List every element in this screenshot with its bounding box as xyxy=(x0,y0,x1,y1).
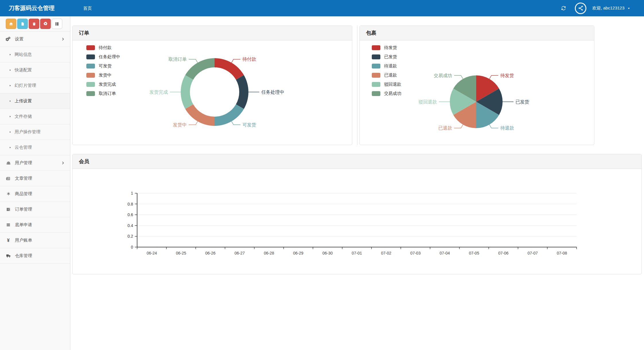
sidebar-item-label: 文章管理 xyxy=(15,176,32,181)
legend-swatch xyxy=(86,82,95,87)
nav-item-home[interactable]: 首页 xyxy=(75,0,100,16)
legend-label: 待付款 xyxy=(99,45,112,50)
members-card-body: 00.20.40.60.8106-2406-2506-2606-2706-280… xyxy=(73,169,641,274)
recycle-icon: ♻ xyxy=(43,21,47,26)
sidebar-item-warehouse-manage[interactable]: 仓库管理 xyxy=(0,248,70,264)
users-icon xyxy=(4,161,13,165)
sidebar-item-goods-manage[interactable]: 商品管理 xyxy=(0,186,70,202)
y-axis-label: 1 xyxy=(131,191,133,195)
legend-swatch xyxy=(86,64,95,69)
pie-slice-1[interactable] xyxy=(236,75,248,109)
trash-button[interactable] xyxy=(29,19,39,29)
caret-right-icon xyxy=(9,115,11,118)
app-root: 刀客源码云仓管理 首页 欢迎, abc123123 ♻ 设置网站信息快递配置幻灯… xyxy=(0,0,644,350)
pie-label: 驳回退款 xyxy=(419,99,437,104)
x-axis-label: 06-29 xyxy=(293,251,303,255)
th-list-button[interactable] xyxy=(52,19,62,29)
user-dropdown[interactable]: 欢迎, abc123123 xyxy=(592,5,631,11)
sidebar-item-label: 快递配置 xyxy=(15,67,32,73)
x-axis-label: 07-05 xyxy=(469,251,479,255)
legend-item[interactable]: 驳回退款 xyxy=(372,82,401,87)
sidebar-item-slides-manage[interactable]: 幻灯片管理 xyxy=(0,78,70,93)
newspaper-icon xyxy=(4,176,13,181)
pie-label-line xyxy=(454,75,463,79)
brand-title[interactable]: 刀客源码云仓管理 xyxy=(9,0,55,16)
pie-label: 发货完成 xyxy=(149,90,168,95)
legend-item[interactable]: 任务处理中 xyxy=(86,54,120,60)
legend-label: 待发货 xyxy=(384,45,397,50)
pie-label-line xyxy=(231,121,240,125)
sidebar-item-file-storage[interactable]: 文件存储 xyxy=(0,109,70,124)
sidebar-item-site-info[interactable]: 网站信息 xyxy=(0,47,70,62)
cogs-icon xyxy=(4,37,13,42)
avatar[interactable] xyxy=(575,3,586,14)
x-axis-label: 06-28 xyxy=(264,251,274,255)
orders-legend: 待付款任务处理中可发货发货中发货完成取消订单 xyxy=(86,45,120,96)
legend-item[interactable]: 取消订单 xyxy=(86,91,120,96)
packages-card-body: 待发货已发货待退款已退款驳回退款交易成功 待发货已发货待退款已退款驳回退款交易成… xyxy=(360,40,594,145)
bars-icon xyxy=(4,223,13,227)
x-axis-label: 06-26 xyxy=(205,251,215,255)
pie-label: 交易成功 xyxy=(434,73,452,78)
pie-label: 已退款 xyxy=(438,126,452,130)
legend-item[interactable]: 交易成功 xyxy=(372,91,401,96)
th-list-icon xyxy=(55,22,59,26)
caret-right-icon xyxy=(9,131,11,133)
recycle-button[interactable]: ♻ xyxy=(40,19,51,29)
refresh-button[interactable] xyxy=(558,4,569,13)
legend-label: 已发货 xyxy=(384,54,397,60)
x-axis-label: 06-25 xyxy=(176,251,186,255)
pie-label: 取消订单 xyxy=(168,57,187,62)
y-axis-label: 0 xyxy=(131,245,133,249)
caret-right-icon xyxy=(9,53,11,56)
sidebar-item-settings[interactable]: 设置 xyxy=(0,32,70,47)
legend-label: 已退款 xyxy=(384,73,397,78)
legend-swatch xyxy=(372,91,380,96)
sidebar-item-label: 设置 xyxy=(15,36,24,42)
pie-label-line xyxy=(231,59,240,63)
truck-icon xyxy=(4,254,13,258)
sidebar-item-label: 底单申请 xyxy=(15,222,32,228)
legend-item[interactable]: 发货中 xyxy=(86,73,120,78)
x-axis-label: 07-04 xyxy=(439,251,450,255)
y-axis-label: 0.2 xyxy=(128,234,133,238)
sidebar-item-label: 用户操作管理 xyxy=(15,129,40,135)
y-axis-label: 0.8 xyxy=(128,202,133,206)
caret-right-icon xyxy=(9,100,11,102)
pie-slice-5[interactable] xyxy=(185,58,215,80)
orders-card-header: 订单 xyxy=(73,26,352,40)
x-axis-label: 07-03 xyxy=(410,251,421,255)
x-axis-label: 06-30 xyxy=(322,251,333,255)
sidebar-item-receipt-apply[interactable]: 底单申请 xyxy=(0,217,70,233)
sidebar-item-order-manage[interactable]: 订单管理 xyxy=(0,202,70,217)
pie-slice-3[interactable] xyxy=(185,104,215,126)
share-nodes-icon xyxy=(577,5,584,11)
sidebar-item-express-config[interactable]: 快递配置 xyxy=(0,62,70,78)
sidebar-item-upload-settings[interactable]: 上传设置 xyxy=(0,93,70,109)
sidebar-item-label: 上传设置 xyxy=(15,98,32,104)
legend-item[interactable]: 可发货 xyxy=(86,63,120,69)
legend-item[interactable]: 待付款 xyxy=(86,45,120,50)
legend-swatch xyxy=(372,82,380,87)
x-axis-label: 07-08 xyxy=(557,251,567,255)
sidebar-item-user-ops-manage[interactable]: 用户操作管理 xyxy=(0,124,70,140)
pie-slice-2[interactable] xyxy=(215,104,244,126)
legend-item[interactable]: 待退款 xyxy=(372,63,401,69)
file-button[interactable] xyxy=(17,19,28,29)
pie-slice-0[interactable] xyxy=(215,58,244,80)
legend-item[interactable]: 待发货 xyxy=(372,45,401,50)
sidebar-item-user-manage[interactable]: 用户管理 xyxy=(0,155,70,171)
legend-label: 取消订单 xyxy=(99,91,116,96)
x-axis-label: 06-27 xyxy=(235,251,245,255)
sidebar-item-article-manage[interactable]: 文章管理 xyxy=(0,171,70,186)
legend-item[interactable]: 发货完成 xyxy=(86,82,120,87)
home-button[interactable] xyxy=(6,19,16,29)
sidebar-item-label: 用户管理 xyxy=(15,160,32,166)
legend-item[interactable]: 已退款 xyxy=(372,73,401,78)
sidebar-item-cloud-warehouse[interactable]: 云仓管理 xyxy=(0,140,70,155)
pie-slice-4[interactable] xyxy=(181,75,193,109)
sidebar-item-user-bills[interactable]: ¥用户账单 xyxy=(0,233,70,248)
yen-icon: ¥ xyxy=(4,238,13,243)
pie-label: 已发货 xyxy=(515,99,529,104)
legend-item[interactable]: 已发货 xyxy=(372,54,401,60)
